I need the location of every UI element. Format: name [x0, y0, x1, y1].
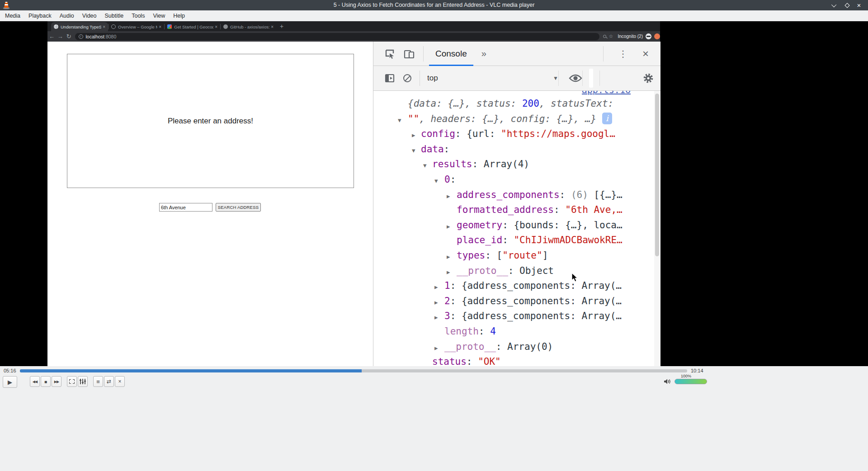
tree-expander-icon[interactable]: ▸ [434, 311, 438, 324]
console-text: : {address_components: Array(… [450, 296, 622, 306]
extended-settings-button[interactable] [78, 376, 88, 387]
loop-button[interactable]: ⇄ [104, 376, 114, 387]
tree-expander-icon[interactable]: ▸ [434, 281, 438, 293]
browser-tab-1[interactable]: Overview – Google Maps – Co× [108, 22, 164, 31]
context-selector[interactable]: top ▼ [427, 74, 558, 83]
video-area[interactable]: Understanding TypeScript×Overview – Goog… [0, 21, 868, 366]
back-icon[interactable]: ← [47, 33, 56, 40]
device-toolbar-icon[interactable] [403, 48, 415, 59]
tree-expander-icon[interactable]: ▸ [434, 296, 438, 309]
bookmark-star-icon[interactable]: ☆ [609, 33, 613, 39]
tree-expander-icon[interactable]: ▸ [434, 342, 438, 354]
tree-expander-icon[interactable]: ▾ [398, 114, 401, 127]
console-line: length: 4 [444, 325, 496, 338]
inspect-element-icon[interactable] [384, 48, 395, 59]
tab-close-icon[interactable]: × [159, 24, 161, 29]
playlist-button[interactable]: ≡ [93, 376, 103, 387]
search-address-button[interactable]: SEARCH ADDRESS [216, 203, 261, 212]
menu-subtitle[interactable]: Subtitle [101, 10, 128, 21]
console-text: "" [408, 113, 419, 124]
tree-expander-icon[interactable]: ▾ [423, 159, 427, 172]
console-text: 3 [444, 311, 450, 321]
console-line: formatted_address: "6th Ave,… [457, 203, 623, 216]
site-info-icon[interactable]: i [79, 34, 83, 39]
volume-slider[interactable] [675, 379, 707, 384]
settings-gear-icon[interactable] [642, 72, 654, 84]
next-button[interactable]: ▶▶ [52, 376, 61, 387]
time-elapsed: 05:16 [4, 368, 16, 373]
tab-strip: Understanding TypeScript×Overview – Goog… [47, 21, 660, 31]
console-line: ▸3: {address_components: Array(… [444, 310, 622, 322]
menu-view[interactable]: View [149, 10, 169, 21]
tab-label: Overview – Google Maps – Co [118, 24, 157, 29]
console-text: : {address_components: Array(… [450, 311, 622, 321]
devtools-close-icon[interactable]: × [642, 47, 649, 60]
console-text: formatted_address [457, 204, 554, 215]
stop-button[interactable]: ■ [41, 376, 51, 387]
new-tab-button[interactable]: + [280, 23, 283, 30]
incognito-avatar[interactable] [646, 33, 651, 39]
github-favicon-icon [223, 24, 228, 29]
source-link-clipped[interactable]: app.ts:16 [582, 91, 631, 95]
tab-close-icon[interactable]: × [271, 24, 274, 29]
tab-label: Understanding TypeScript [61, 24, 101, 29]
url-port: :8080 [104, 34, 116, 39]
result-box: Please enter an address! [67, 54, 354, 188]
tree-expander-icon[interactable]: ▾ [412, 144, 415, 157]
profile-avatar[interactable] [654, 33, 660, 39]
seek-bar[interactable] [20, 369, 687, 372]
previous-button[interactable]: ◀◀ [30, 376, 40, 387]
menu-video[interactable]: Video [78, 10, 101, 21]
tree-expander-icon[interactable]: ▸ [447, 250, 450, 263]
tree-expander-icon[interactable]: ▸ [447, 266, 450, 278]
console-line: ▸geometry: {bounds: {…}, loca… [457, 219, 623, 231]
maximize-button[interactable] [842, 0, 853, 10]
console-scrollbar[interactable] [654, 91, 660, 366]
vlc-window: 5 - Using Axios to Fetch Coordinates for… [0, 0, 868, 471]
browser-tab-2[interactable]: Get Started | Geocoding API× [165, 22, 220, 31]
tree-expander-icon[interactable]: ▸ [447, 190, 450, 203]
live-expression-eye-icon[interactable] [569, 73, 582, 83]
url-host: localhost [86, 34, 104, 39]
shuffle-button[interactable]: × [115, 376, 125, 387]
tree-expander-icon[interactable]: ▾ [434, 174, 438, 187]
console-line: ▸1: {address_components: Array(… [444, 279, 622, 292]
tab-close-icon[interactable]: × [103, 24, 105, 29]
previous-icon: ◀◀ [33, 380, 37, 384]
console-text: : Array(4) [472, 159, 529, 170]
menu-tools[interactable]: Tools [127, 10, 149, 21]
console-text: : [502, 235, 514, 245]
address-bar[interactable]: i localhost:8080 [75, 33, 599, 40]
play-button[interactable]: ▶ [3, 376, 17, 388]
tab-label: GitHub - axios/axios: Promise [230, 24, 269, 29]
close-button[interactable]: × [854, 0, 864, 10]
console-sidebar-icon[interactable] [384, 73, 395, 84]
clear-console-icon[interactable] [403, 74, 411, 82]
tab-close-icon[interactable]: × [215, 24, 217, 29]
menu-playback[interactable]: Playback [24, 10, 56, 21]
scrollbar-thumb[interactable] [655, 94, 659, 256]
tree-expander-icon[interactable]: ▸ [447, 220, 450, 233]
time-total: 10:14 [691, 368, 703, 373]
more-tabs-icon[interactable]: » [481, 48, 486, 59]
browser-tab-0[interactable]: Understanding TypeScript× [51, 22, 108, 31]
console-toolbar: top ▼ [373, 66, 660, 91]
reload-icon[interactable]: ↻ [65, 33, 73, 40]
console-text: : Array(0) [496, 341, 553, 352]
tab-console[interactable]: Console [424, 42, 479, 66]
console-text: , statusText: [539, 98, 613, 109]
search-icon[interactable] [603, 35, 606, 38]
console-line: ▾data: [421, 143, 449, 155]
prompt-text: Please enter an address! [168, 117, 253, 126]
speaker-icon[interactable] [664, 378, 672, 385]
menu-media[interactable]: Media [1, 10, 24, 21]
address-input[interactable] [159, 203, 212, 212]
menu-audio[interactable]: Audio [56, 10, 78, 21]
devtools-menu-icon[interactable]: ⋮ [618, 48, 627, 59]
browser-tab-3[interactable]: GitHub - axios/axios: Promise× [221, 22, 276, 31]
menu-help[interactable]: Help [169, 10, 189, 21]
fullscreen-button[interactable] [67, 376, 77, 387]
tree-expander-icon[interactable]: ▸ [412, 129, 415, 141]
minimize-button[interactable] [829, 0, 840, 10]
forward-icon[interactable]: → [56, 33, 65, 40]
